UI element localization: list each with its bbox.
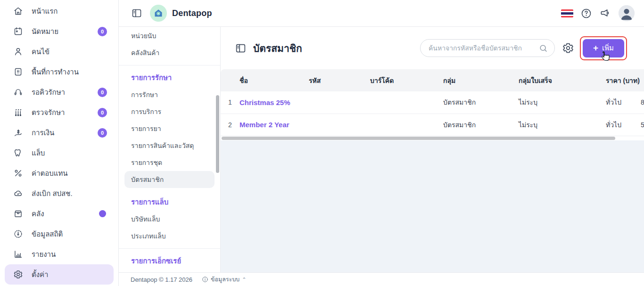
submenu-item-services[interactable]: การบริการ (119, 103, 220, 120)
membership-cards-table: ชื่อ รหัส บาร์โค้ด กลุ่ม กลุ่มใบเสร็จ รา… (221, 69, 644, 136)
search-input[interactable] (429, 44, 538, 52)
submenu-item-sets[interactable]: รายการชุด (119, 154, 220, 171)
submenu-divider (119, 65, 220, 65)
page-title: บัตรสมาชิก (253, 41, 302, 56)
table-settings-button[interactable] (562, 42, 574, 54)
row-group: บัตรสมาชิก (443, 91, 519, 114)
tooth-icon (13, 148, 24, 158)
row-price-tier: ทั่วไป (606, 120, 621, 130)
cloud-icon (13, 188, 24, 199)
table-row: 1 Christmas 25% บัตรสมาชิก ไม่ระบุ ทั่วไ… (221, 91, 644, 114)
submenu-item-units[interactable]: หน่วยนับ (119, 27, 220, 44)
instruments-icon (13, 107, 24, 118)
add-button-label: เพิ่ม (602, 42, 614, 54)
col-price: ราคา (บาท) (606, 69, 644, 91)
plus-icon: + (593, 43, 598, 52)
submenu-item-membership-cards[interactable]: บัตรสมาชิก (124, 171, 215, 188)
search-box (420, 39, 555, 57)
membership-cards-page: บัตรสมาชิก (221, 27, 644, 272)
sidebar-item-label: ตั้งค่า (32, 269, 49, 280)
submenu-item-warehouse[interactable]: คลังสินค้า (119, 44, 220, 61)
system-info-button[interactable]: ข้อมูลระบบ ⌃ (202, 275, 246, 284)
submenu-header-xray-list: รายการเอ็กซเรย์ (119, 253, 220, 270)
inventory-icon (13, 209, 24, 219)
announcement-icon[interactable] (599, 7, 611, 19)
row-price-tier: ทั่วไป (606, 97, 621, 107)
submenu-scrollbar[interactable] (216, 95, 219, 173)
sidebar-item-lab[interactable]: แล็บ (0, 143, 118, 163)
sidebar-item-workspace[interactable]: พื้นที่การทำงาน (0, 62, 118, 82)
row-number: 1 (221, 91, 239, 114)
membership-card-link[interactable]: Christmas 25% (239, 98, 290, 106)
sidebar-item-treatment-queue[interactable]: รอคิวรักษา 0 (0, 82, 118, 102)
sidebar-item-finance[interactable]: การเงิน 0 (0, 123, 118, 143)
submenu-item-lab-types[interactable]: ประเภทแล็บ (119, 228, 220, 245)
sidebar-item-nhso-claims[interactable]: ส่งเบิก สปสช. (0, 183, 118, 204)
row-code (309, 91, 370, 114)
system-info-label: ข้อมูลระบบ (211, 275, 239, 284)
submenu-item-medicines[interactable]: รายการยา (119, 120, 220, 137)
table-row: 2 Member 2 Year บัตรสมาชิก ไม่ระบุ ทั่วไ… (221, 114, 644, 136)
sidebar-item-examination[interactable]: ตรวจรักษา 0 (0, 102, 118, 123)
gear-icon (13, 270, 24, 280)
workspace-icon (13, 67, 24, 77)
page-panel-icon (235, 42, 247, 54)
sidebar-item-inventory[interactable]: คลัง (0, 204, 118, 224)
content-background (221, 140, 644, 273)
settings-submenu: หน่วยนับ คลังสินค้า รายการรักษา การรักษา… (119, 27, 221, 272)
row-number: 2 (221, 114, 239, 136)
inventory-dot-badge (99, 210, 106, 217)
caret-up-icon: ⌃ (242, 277, 246, 283)
sidebar-item-settings[interactable]: ตั้งค่า (5, 264, 114, 285)
table-horizontal-scrollbar[interactable] (222, 137, 615, 140)
appointments-count-badge: 0 (98, 27, 107, 36)
dentapop-logo-icon (150, 5, 167, 22)
row-price-value: 8 (641, 98, 644, 106)
add-button[interactable]: + เพิ่ม (583, 39, 624, 57)
topbar: Dentapop (119, 0, 644, 27)
sidebar-item-label: คลัง (32, 208, 44, 220)
sidebar-item-label: คนไข้ (32, 46, 50, 57)
home-icon (13, 6, 24, 16)
row-group: บัตรสมาชิก (443, 114, 519, 136)
submenu-header-treatment-list: รายการรักษา (119, 69, 220, 86)
sidebar-item-reports[interactable]: รายงาน (0, 244, 118, 264)
col-name: ชื่อ (239, 69, 309, 91)
footer-copyright: Dentapop © 1.17 2026 (131, 276, 192, 283)
submenu-item-lab-companies[interactable]: บริษัทแล็บ (119, 211, 220, 228)
row-receipt-group: ไม่ระบุ (519, 114, 606, 136)
sidebar-item-label: รายงาน (32, 249, 56, 260)
sidebar-item-statistics[interactable]: ข้อมูลสถิติ (0, 224, 118, 244)
col-receipt-group: กลุ่มใบเสร็จ (519, 69, 606, 91)
treatment-queue-count-badge: 0 (98, 88, 107, 97)
finance-count-badge: 0 (98, 128, 107, 138)
search-icon[interactable] (538, 43, 548, 53)
report-icon (13, 249, 24, 260)
sidebar-item-label: แล็บ (32, 147, 45, 159)
sidebar-item-label: ค่าตอบแทน (32, 168, 68, 179)
brand-name: Dentapop (172, 8, 212, 18)
sidebar-item-patients[interactable]: คนไข้ (0, 41, 118, 62)
submenu-item-products-materials[interactable]: รายการสินค้าและวัสดุ (119, 137, 220, 154)
col-group: กลุ่ม (443, 69, 519, 91)
help-icon[interactable] (580, 8, 592, 19)
sidebar-item-appointments[interactable]: นัดหมาย 0 (0, 21, 118, 41)
row-code (309, 114, 370, 136)
sidebar-toggle-icon[interactable] (131, 8, 142, 19)
sidebar-item-compensation[interactable]: ค่าตอบแทน (0, 163, 118, 183)
sidebar-item-label: ตรวจรักษา (32, 107, 65, 118)
membership-card-link[interactable]: Member 2 Year (239, 121, 289, 129)
sidebar-item-label: ข้อมูลสถิติ (32, 229, 63, 240)
percent-icon (13, 168, 24, 179)
sidebar-item-label: พื้นที่การทำงาน (32, 66, 79, 78)
chair-icon (13, 87, 24, 98)
col-code: รหัส (309, 69, 370, 91)
sidebar-item-label: การเงิน (32, 127, 54, 139)
sidebar-item-label: หน้าแรก (32, 6, 58, 17)
avatar[interactable] (619, 5, 635, 21)
sidebar-item-home[interactable]: หน้าแรก (0, 1, 118, 21)
patient-icon (13, 47, 24, 57)
thai-flag-icon[interactable] (561, 9, 573, 17)
table-horizontal-scrollbar-track (221, 136, 644, 140)
submenu-item-treatments[interactable]: การรักษา (119, 86, 220, 103)
